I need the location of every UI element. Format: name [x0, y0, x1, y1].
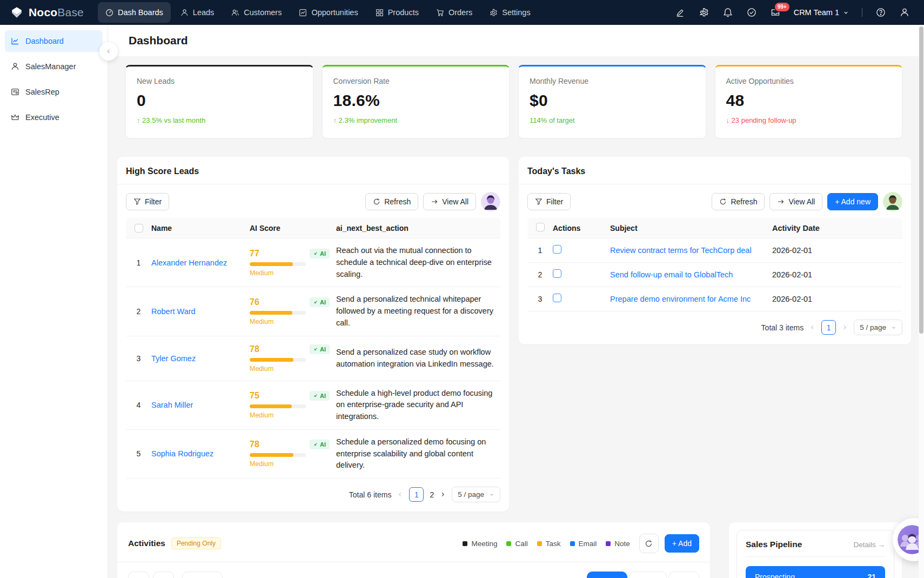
bell-icon[interactable]: [718, 3, 738, 22]
view-all-button[interactable]: View All: [423, 193, 476, 210]
sidebar-item-salesmanager[interactable]: SalesManager: [5, 56, 103, 77]
lead-name-link[interactable]: Alexander Hernandez: [151, 258, 227, 267]
calendar-prev-button[interactable]: [128, 572, 149, 578]
nav-item-leads[interactable]: Leads: [173, 2, 222, 23]
nav-item-opportunities[interactable]: Opportunities: [291, 2, 365, 23]
today-button[interactable]: Today: [182, 572, 223, 578]
ai-score-level: Medium: [250, 365, 336, 373]
scrollbar-thumb[interactable]: [919, 26, 923, 334]
ai-arrow-icon: [313, 442, 318, 447]
sidebar-item-dashboard[interactable]: Dashboard: [5, 30, 103, 52]
legend-item-call: Call: [506, 540, 527, 548]
ai-score-cell: 75AI Medium: [250, 391, 336, 419]
ai-arrow-icon: [313, 300, 318, 304]
next-page-icon[interactable]: [440, 491, 446, 497]
column-header-actions: Actions: [553, 224, 610, 232]
column-header-activity-date: Activity Date: [772, 224, 854, 232]
kpi-card-conversion-rate: Conversion Rate 18.6% ↑ 2.3% improvement: [322, 65, 510, 138]
task-complete-checkbox[interactable]: [553, 269, 561, 278]
refresh-button[interactable]: Refresh: [712, 193, 765, 210]
page-size-select[interactable]: 5 / page: [452, 487, 500, 502]
lead-name-link[interactable]: Sophia Rodriguez: [151, 449, 213, 458]
refresh-icon: [719, 198, 727, 205]
page-header: Dashboard: [108, 25, 924, 56]
high-score-leads-panel: High Score Leads Filter Refresh View: [117, 157, 509, 511]
table-row: 2 Send follow-up email to GlobalTech 202…: [527, 263, 902, 287]
team-selector[interactable]: CRM Team 1: [789, 8, 853, 17]
inbox-icon[interactable]: 99+: [766, 3, 785, 22]
ai-score-cell: 78AI Medium: [250, 440, 336, 468]
nav-item-orders[interactable]: Orders: [428, 2, 480, 23]
lead-name-link[interactable]: Sarah Miller: [151, 401, 193, 409]
ai-badge: AI: [310, 249, 330, 258]
prev-page-icon[interactable]: [397, 491, 403, 497]
table-row: 1 Alexander Hernandez 77AI Medium Reach …: [126, 238, 500, 287]
call-color-swatch: [506, 541, 511, 546]
chevron-left-icon: [105, 48, 112, 55]
refresh-button[interactable]: [639, 534, 659, 553]
task-subject-link[interactable]: Send follow-up email to GlobalTech: [610, 270, 733, 279]
kpi-card-monthly-revenue: Monthly Revenue $0 114% of target: [518, 65, 706, 138]
page-number[interactable]: 2: [430, 490, 434, 499]
page-number[interactable]: 1: [409, 487, 424, 502]
nav-item-settings[interactable]: Settings: [482, 2, 538, 23]
nav-item-customers[interactable]: Customers: [224, 2, 289, 23]
tasks-table: Actions Subject Activity Date 1 Review c…: [527, 218, 902, 311]
task-complete-checkbox[interactable]: [553, 245, 561, 254]
ai-score-cell: 76AI Medium: [250, 297, 336, 325]
ai-score-bar: [250, 358, 306, 362]
kpi-label: New Leads: [137, 77, 302, 85]
avatar[interactable]: [883, 192, 902, 211]
chart-box-icon: [299, 9, 307, 17]
avatar[interactable]: [481, 192, 500, 211]
lead-name-link[interactable]: Tyler Gomez: [151, 354, 196, 363]
next-page-icon[interactable]: [842, 324, 848, 330]
help-icon[interactable]: [871, 3, 890, 22]
view-month-button[interactable]: Month: [587, 572, 627, 578]
prev-page-icon[interactable]: [809, 324, 815, 330]
refresh-button[interactable]: Refresh: [365, 193, 418, 210]
nocobase-logo[interactable]: NocoBase: [10, 5, 84, 19]
select-all-checkbox[interactable]: [135, 224, 143, 232]
activities-header: Activities Pending Only Meeting Call Tas…: [117, 522, 710, 562]
activity-legend: Meeting Call Task Email Note: [463, 540, 630, 548]
sidebar-item-salesrep[interactable]: SalesRep: [5, 81, 103, 103]
ai-score-bar: [250, 311, 306, 315]
task-subject-link[interactable]: Prepare demo environment for Acme Inc: [610, 295, 751, 303]
panel-title: High Score Leads: [117, 157, 509, 184]
table-header: Name AI Score ai_next_best_action: [126, 218, 500, 238]
filter-button[interactable]: Filter: [527, 193, 571, 210]
task-complete-checkbox[interactable]: [553, 294, 561, 302]
add-new-button[interactable]: + Add new: [827, 193, 878, 210]
page-number[interactable]: 1: [821, 320, 836, 335]
ai-score-bar: [250, 262, 306, 266]
check-circle-icon[interactable]: [742, 3, 761, 22]
vertical-scrollbar[interactable]: [919, 25, 924, 578]
calendar-next-button[interactable]: [153, 572, 174, 578]
calendar-view-switcher: Month Week List: [587, 572, 699, 578]
view-list-button[interactable]: List: [668, 572, 699, 578]
lead-name-link[interactable]: Robert Ward: [151, 307, 196, 316]
kpi-value: 0: [137, 91, 302, 110]
filter-button[interactable]: Filter: [126, 193, 169, 210]
nav-item-dashboards[interactable]: Dash Boards: [98, 2, 171, 23]
ai-score-level: Medium: [250, 411, 336, 419]
legend-item-email: Email: [570, 540, 597, 548]
select-all-checkbox[interactable]: [536, 223, 545, 231]
details-link[interactable]: Details →: [853, 541, 885, 549]
kpi-label: Conversion Rate: [333, 77, 499, 85]
highlighter-icon[interactable]: [671, 3, 690, 22]
page-size-select[interactable]: 5 / page: [854, 320, 902, 335]
task-subject-link[interactable]: Review contract terms for TechCorp deal: [610, 246, 752, 255]
user-icon[interactable]: [895, 3, 914, 22]
divider: [862, 8, 862, 17]
main-menu: Dash Boards Leads Customers Opportunitie…: [98, 2, 538, 23]
view-week-button[interactable]: Week: [629, 572, 667, 578]
sidebar-item-executive[interactable]: Executive: [5, 107, 103, 128]
sidebar-collapse-button[interactable]: [99, 42, 118, 61]
add-activity-button[interactable]: + Add: [665, 534, 699, 553]
gear-icon[interactable]: [694, 3, 714, 22]
pipeline-stage-prospecting[interactable]: Prospecting 21: [746, 566, 885, 578]
view-all-button[interactable]: View All: [769, 193, 822, 210]
nav-item-products[interactable]: Products: [368, 2, 426, 23]
